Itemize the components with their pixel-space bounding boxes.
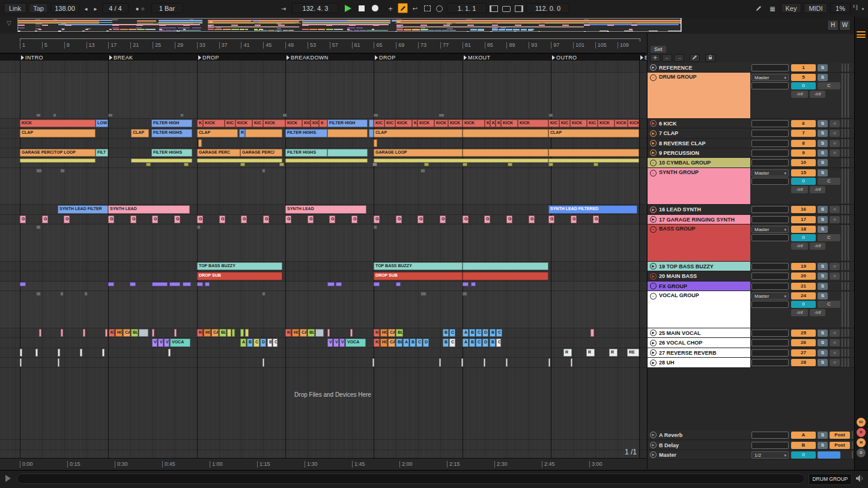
clip[interactable]: G (285, 215, 291, 223)
clip[interactable]: B (490, 339, 496, 347)
key-map-button[interactable]: Key (781, 3, 801, 13)
track-number-box[interactable]: 18 (791, 226, 816, 233)
pan-field[interactable]: C (818, 178, 840, 185)
clip[interactable] (263, 358, 264, 367)
clip[interactable] (285, 158, 368, 163)
clip[interactable]: LOW (96, 119, 108, 127)
solo-button[interactable]: S (818, 359, 828, 366)
clip[interactable]: TOP BASS BUZZY (374, 262, 463, 270)
clip[interactable] (36, 292, 41, 296)
clip[interactable]: C (476, 339, 482, 347)
prev-locator-icon[interactable]: ← (662, 54, 672, 62)
send-a-field[interactable]: -inf (791, 91, 808, 98)
clip[interactable]: HO (292, 329, 299, 337)
draw-mode-toggle[interactable] (753, 3, 763, 13)
clip[interactable]: HO (380, 339, 387, 347)
clip[interactable] (60, 292, 64, 296)
lane-synth-group[interactable] (0, 168, 646, 205)
clip[interactable]: BL (396, 329, 403, 337)
clip[interactable]: C (273, 339, 278, 347)
automation-chooser[interactable] (751, 432, 789, 439)
clip[interactable] (180, 113, 184, 117)
clip[interactable] (108, 282, 114, 286)
clip[interactable]: A (463, 339, 469, 347)
clip[interactable]: C (496, 329, 502, 337)
solo-button[interactable]: S (818, 442, 828, 449)
status-strip[interactable] (17, 474, 805, 484)
clip[interactable]: CLAP (548, 129, 639, 137)
clip[interactable] (262, 169, 266, 173)
track-number-box[interactable]: 19 (791, 263, 816, 270)
track-play-icon[interactable]: ▶ (650, 442, 657, 448)
clip[interactable] (279, 163, 284, 166)
metronome-icon[interactable]: ● ○ (131, 3, 149, 13)
solo-button[interactable]: S (818, 330, 828, 337)
clip[interactable]: KIC (559, 119, 570, 127)
clip[interactable] (130, 282, 136, 286)
track-play-icon[interactable]: ▶ (650, 206, 657, 213)
arm-button[interactable]: ○ (830, 330, 840, 337)
volume-field[interactable]: 0 (791, 301, 816, 308)
clip[interactable]: CA (388, 329, 395, 337)
send-a-field[interactable]: -inf (791, 186, 808, 193)
lane-6-kick[interactable]: KICKLOWFILTER HIGHKKICKKICKICKKICKICKKIC… (0, 119, 646, 128)
clip[interactable] (372, 358, 374, 367)
clip[interactable]: R (563, 349, 572, 357)
solo-button[interactable]: S (818, 273, 828, 280)
clip[interactable] (282, 113, 287, 117)
clip[interactable] (315, 329, 324, 337)
clip[interactable] (374, 139, 377, 147)
clip[interactable]: CLAP (374, 129, 463, 137)
volume-field[interactable]: 0 (791, 451, 816, 459)
computer-midi-keyboard-icon[interactable]: ▦ (766, 3, 778, 13)
solo-button[interactable]: S (818, 74, 828, 81)
clip[interactable]: CA (388, 339, 395, 347)
track-play-icon[interactable]: ▶ (650, 273, 657, 280)
post-toggle[interactable]: Post (830, 432, 850, 439)
clip[interactable]: G (219, 215, 225, 223)
clip[interactable] (80, 349, 82, 357)
clip[interactable]: TOP BASS BUZZY (197, 262, 282, 270)
send-b-field[interactable]: -inf (810, 309, 825, 316)
track-play-icon[interactable]: ▶ (650, 432, 657, 438)
clip[interactable]: C (449, 339, 455, 347)
clip[interactable]: D (482, 329, 488, 337)
lane-10-cymbal-group[interactable] (0, 158, 646, 168)
lane-17-garage-ringing-synth[interactable]: GGGGGGGGGGGGGGGGGGGGGGGGGG (0, 215, 646, 224)
clip[interactable] (169, 282, 180, 286)
clip[interactable] (184, 163, 189, 166)
clip[interactable]: G (42, 215, 48, 223)
speaker-icon[interactable] (855, 474, 864, 483)
track-number-box[interactable]: 5 (791, 74, 816, 81)
clip[interactable]: FILTER HIGHS (151, 129, 192, 137)
automation-chooser[interactable] (751, 359, 789, 366)
clip[interactable] (369, 119, 374, 127)
arm-button[interactable]: ○ (830, 130, 840, 137)
clip[interactable]: G (64, 215, 70, 223)
clip[interactable] (548, 113, 553, 117)
arm-button[interactable]: ○ (830, 216, 840, 223)
clip[interactable] (548, 158, 639, 163)
clip[interactable]: CA (300, 329, 307, 337)
clip[interactable] (420, 169, 425, 173)
clip[interactable] (262, 292, 266, 296)
automation-chooser[interactable] (751, 120, 789, 127)
group-fold-icon[interactable]: − (650, 226, 657, 233)
clip[interactable]: G (374, 215, 380, 223)
clip[interactable] (20, 358, 22, 367)
track-header-16-lead-synth[interactable]: ▶16 LEAD SYNTH16S○ (648, 205, 854, 215)
follow-playback-button[interactable] (434, 3, 444, 13)
follow-icon[interactable]: ⇥ (278, 3, 289, 13)
clip[interactable] (232, 329, 235, 337)
next-locator-icon[interactable]: → (674, 54, 684, 62)
clip[interactable]: B (247, 339, 253, 347)
track-number-box[interactable]: 21 (791, 283, 816, 290)
clip[interactable] (439, 358, 441, 367)
track-number-box[interactable]: 6 (791, 120, 816, 127)
clip[interactable] (240, 163, 245, 166)
track-number-box[interactable]: 10 (791, 159, 816, 166)
clip[interactable]: D (423, 339, 429, 347)
solo-button[interactable]: S (818, 120, 828, 127)
solo-button[interactable]: S (818, 339, 828, 346)
clip[interactable] (548, 163, 553, 166)
